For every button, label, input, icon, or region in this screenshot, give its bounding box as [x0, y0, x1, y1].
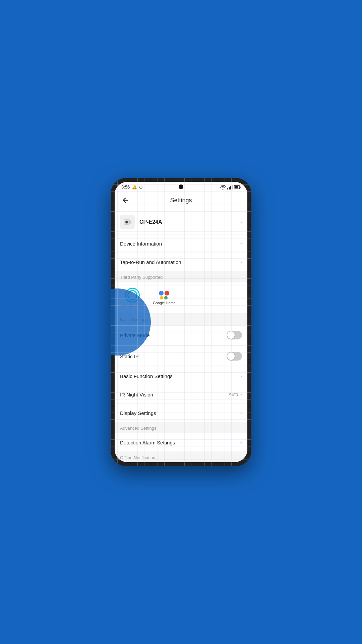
detection-alarm-label: Detection Alarm Settings: [120, 440, 240, 445]
ir-night-vision-label: IR Night Vision: [120, 392, 229, 397]
battery-icon: [234, 185, 241, 189]
third-party-label: Third Party Supported: [120, 275, 163, 280]
tap-to-run-label: Tap-to-Run and Automation: [120, 259, 240, 265]
wifi-icon: [220, 185, 226, 190]
top-bar: Settings: [115, 191, 247, 210]
static-ip-toggle[interactable]: [227, 352, 242, 361]
ir-night-vision-value: Auto: [229, 392, 238, 397]
basic-function-chevron-icon: ›: [240, 373, 242, 379]
private-mode-toggle[interactable]: [227, 331, 242, 339]
third-party-section-header: Third Party Supported: [115, 271, 247, 282]
advanced-settings-label: Advanced Settings: [120, 426, 156, 431]
page-title: Settings: [131, 197, 231, 204]
svg-rect-1: [229, 187, 230, 190]
device-card[interactable]: CP-E24A ›: [115, 210, 247, 234]
svg-rect-5: [235, 186, 238, 188]
google-home-logo-icon: [159, 291, 169, 300]
camera-notch: [179, 184, 183, 189]
svg-rect-0: [227, 188, 228, 190]
device-name: CP-E24A: [139, 219, 240, 225]
device-information-label: Device Information: [120, 241, 240, 247]
ir-night-vision-item[interactable]: IR Night Vision Auto ›: [115, 385, 247, 404]
display-settings-item[interactable]: Display Settings ›: [115, 404, 247, 422]
svg-rect-3: [232, 185, 233, 190]
tap-to-run-chevron-icon: ›: [240, 259, 242, 265]
device-icon: [120, 215, 135, 229]
device-information-item[interactable]: Device Information ›: [115, 234, 247, 253]
svg-rect-2: [230, 186, 231, 190]
display-settings-label: Display Settings: [120, 410, 240, 416]
advanced-settings-section-header: Advanced Settings: [115, 422, 247, 433]
ir-night-vision-chevron-icon: ›: [240, 391, 242, 397]
signal-icon: [227, 185, 233, 190]
offline-notification-section-header: Offline Notification: [115, 452, 247, 462]
static-ip-label: Static IP: [120, 354, 227, 359]
google-home-item[interactable]: Google Home: [153, 291, 176, 305]
detection-alarm-item[interactable]: Detection Alarm Settings ›: [115, 433, 247, 452]
alarm-icon: 🔔: [132, 184, 137, 190]
detection-alarm-chevron-icon: ›: [240, 439, 242, 445]
display-settings-chevron-icon: ›: [240, 410, 242, 416]
google-home-label: Google Home: [153, 301, 176, 305]
device-chevron-icon: ›: [240, 219, 242, 225]
svg-point-9: [126, 222, 127, 222]
basic-function-settings-item[interactable]: Basic Function Settings ›: [115, 367, 247, 385]
back-button[interactable]: [120, 195, 131, 206]
tap-to-run-item[interactable]: Tap-to-Run and Automation ›: [115, 253, 247, 271]
camera-icon: ⊙: [139, 184, 143, 190]
device-information-chevron-icon: ›: [240, 240, 242, 247]
offline-notification-section-label: Offline Notification: [120, 455, 155, 460]
basic-function-settings-label: Basic Function Settings: [120, 373, 240, 379]
status-time: 3:56: [121, 184, 130, 190]
